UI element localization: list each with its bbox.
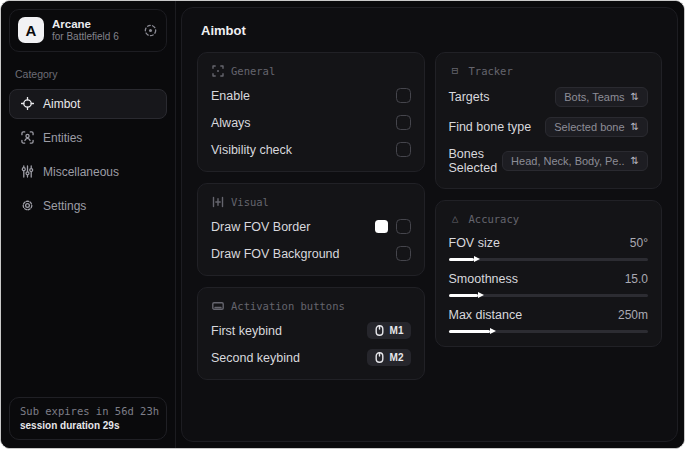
card-title: General <box>231 65 275 77</box>
unfold-icon: ⇅ <box>631 92 639 102</box>
setting-label: FOV size <box>449 236 500 250</box>
boxed-minus-icon: ⊟ <box>449 64 462 77</box>
enable-checkbox[interactable] <box>396 88 411 103</box>
app-logo: A <box>18 17 44 43</box>
slider-value: 15.0 <box>625 272 648 286</box>
keyboard-icon <box>211 299 224 312</box>
fov-size-slider[interactable] <box>449 258 649 261</box>
dropdown-value: Bots, Teams <box>564 91 624 103</box>
dropdown-value: Head, Neck, Body, Pe.. <box>511 155 625 167</box>
setting-label: Always <box>211 116 251 130</box>
smoothness-slider[interactable] <box>449 294 649 297</box>
visual-card: Visual Draw FOV Border Draw FOV Backgrou… <box>197 183 425 276</box>
card-title: Tracker <box>469 65 513 77</box>
general-card: General Enable Always Visibility check <box>197 52 425 172</box>
app-header: A Arcane for Battlefield 6 <box>9 9 167 52</box>
subscription-info: Sub expires in 56d 23h session duration … <box>9 397 167 440</box>
page-title: Aimbot <box>201 23 658 38</box>
adjust-icon <box>211 195 224 208</box>
draw-fov-background-checkbox[interactable] <box>396 246 411 261</box>
targets-dropdown[interactable]: Bots, Teams ⇅ <box>555 87 648 107</box>
setting-label: Visibility check <box>211 143 292 157</box>
setting-row-smoothness: Smoothness 15.0 <box>449 272 649 297</box>
activation-card: Activation buttons First keybind M1 Seco… <box>197 287 425 380</box>
sliders-icon <box>20 165 34 179</box>
category-label: Category <box>15 68 161 80</box>
sync-icon[interactable] <box>143 23 158 38</box>
accuracy-card: △ Accuracy FOV size 50° <box>435 200 663 347</box>
draw-fov-border-checkbox[interactable] <box>396 219 411 234</box>
accuracy-card-header: △ Accuracy <box>449 212 649 225</box>
entities-icon <box>20 131 34 145</box>
setting-label: Max distance <box>449 308 523 322</box>
setting-row-draw-fov-border: Draw FOV Border <box>211 218 411 235</box>
keybind-value: M1 <box>390 325 404 336</box>
sidebar-item-label: Entities <box>43 131 82 145</box>
app-name: Arcane <box>52 17 135 31</box>
setting-label: Targets <box>449 90 490 104</box>
setting-row-always: Always <box>211 114 411 131</box>
color-swatch[interactable] <box>375 220 388 233</box>
second-keybind-button[interactable]: M2 <box>367 349 411 366</box>
setting-row-max-distance: Max distance 250m <box>449 308 649 333</box>
card-title: Accuracy <box>469 213 520 225</box>
setting-row-fov-size: FOV size 50° <box>449 236 649 261</box>
sidebar-item-settings[interactable]: Settings <box>9 191 167 221</box>
setting-label: Draw FOV Background <box>211 247 340 261</box>
sidebar-item-entities[interactable]: Entities <box>9 123 167 153</box>
sub-expiry-text: Sub expires in 56d 23h <box>20 405 156 417</box>
app-subtitle: for Battlefield 6 <box>52 31 135 44</box>
sidebar: A Arcane for Battlefield 6 Category Aimb… <box>1 1 176 448</box>
unfold-icon: ⇅ <box>631 122 639 132</box>
general-card-header: General <box>211 64 411 77</box>
slider-value: 250m <box>618 308 648 322</box>
activation-card-header: Activation buttons <box>211 299 411 312</box>
focus-icon <box>211 64 224 77</box>
session-duration-text: session duration 29s <box>20 420 156 431</box>
always-checkbox[interactable] <box>396 115 411 130</box>
dropdown-value: Selected bone <box>554 121 624 133</box>
sidebar-item-label: Miscellaneous <box>43 165 119 179</box>
card-title: Visual <box>231 196 269 208</box>
max-distance-slider[interactable] <box>449 330 649 333</box>
setting-row-targets: Targets Bots, Teams ⇅ <box>449 87 649 107</box>
keybind-value: M2 <box>390 352 404 363</box>
bones-selected-dropdown[interactable]: Head, Neck, Body, Pe.. ⇅ <box>502 151 648 171</box>
setting-label: Bones Selected <box>449 147 503 175</box>
setting-label: Draw FOV Border <box>211 220 310 234</box>
triangle-icon: △ <box>449 212 462 225</box>
mouse-icon <box>374 325 385 336</box>
tracker-card: ⊟ Tracker Targets Bots, Teams ⇅ Find bon… <box>435 52 663 189</box>
sidebar-item-aimbot[interactable]: Aimbot <box>9 89 167 119</box>
slider-fill <box>449 330 491 333</box>
unfold-icon: ⇅ <box>631 156 639 166</box>
app-titles: Arcane for Battlefield 6 <box>52 17 135 44</box>
main-area: Aimbot General Enable <box>176 1 684 448</box>
setting-row-draw-fov-background: Draw FOV Background <box>211 245 411 262</box>
main-panel: Aimbot General Enable <box>181 7 678 442</box>
setting-row-second-keybind: Second keybind M2 <box>211 349 411 366</box>
gear-icon <box>20 199 34 213</box>
tracker-card-header: ⊟ Tracker <box>449 64 649 77</box>
setting-label: Find bone type <box>449 120 532 134</box>
crosshair-icon <box>20 97 34 111</box>
setting-row-find-bone-type: Find bone type Selected bone ⇅ <box>449 117 649 137</box>
slider-fill <box>449 294 479 297</box>
slider-value: 50° <box>630 236 648 250</box>
setting-row-visibility-check: Visibility check <box>211 141 411 158</box>
mouse-icon <box>374 352 385 363</box>
setting-label: Smoothness <box>449 272 518 286</box>
setting-row-first-keybind: First keybind M1 <box>211 322 411 339</box>
sidebar-item-label: Settings <box>43 199 86 213</box>
visibility-check-checkbox[interactable] <box>396 142 411 157</box>
sidebar-item-miscellaneous[interactable]: Miscellaneous <box>9 157 167 187</box>
slider-fill <box>449 258 475 261</box>
card-title: Activation buttons <box>231 300 345 312</box>
first-keybind-button[interactable]: M1 <box>367 322 411 339</box>
sidebar-item-label: Aimbot <box>43 97 80 111</box>
setting-row-enable: Enable <box>211 87 411 104</box>
app-window: A Arcane for Battlefield 6 Category Aimb… <box>0 0 685 449</box>
setting-row-bones-selected: Bones Selected Head, Neck, Body, Pe.. ⇅ <box>449 147 649 175</box>
find-bone-type-dropdown[interactable]: Selected bone ⇅ <box>545 117 648 137</box>
visual-card-header: Visual <box>211 195 411 208</box>
